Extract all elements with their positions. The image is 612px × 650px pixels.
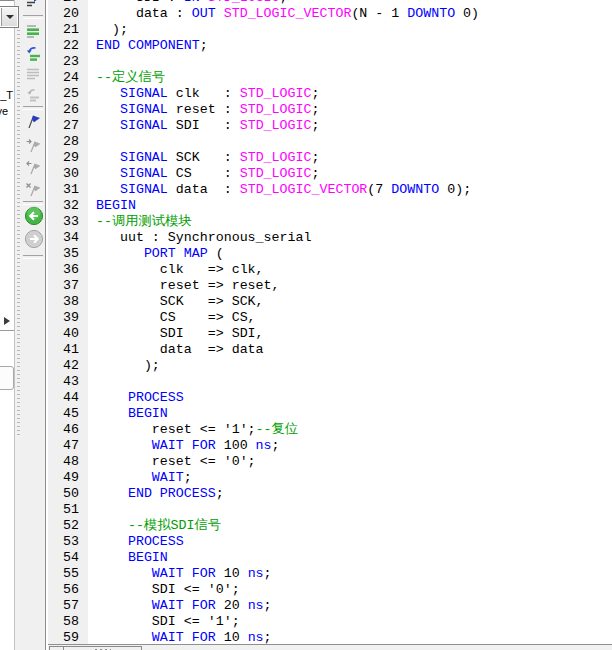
code-line[interactable]: 57 WAIT FOR 20 ns;: [48, 598, 612, 614]
code-line[interactable]: 31 SIGNAL data : STD_LOGIC_VECTOR(7 DOWN…: [48, 182, 612, 198]
insert-template-button[interactable]: [25, 0, 42, 8]
code-editor[interactable]: 19 SDI : IN STD_LOGIC;20 data : OUT STD_…: [48, 0, 612, 650]
previous-bookmark-button[interactable]: [25, 159, 42, 176]
outdent-button[interactable]: [25, 87, 42, 104]
editor-toolbar: [22, 0, 46, 650]
code-text: );: [88, 22, 128, 38]
code-line[interactable]: 26 SIGNAL reset : STD_LOGIC;: [48, 102, 612, 118]
toggle-bookmark-button[interactable]: [25, 113, 42, 130]
line-number: 33: [48, 214, 88, 230]
code-line[interactable]: 37 reset => reset,: [48, 278, 612, 294]
code-line[interactable]: 24--定义信号: [48, 70, 612, 86]
code-line[interactable]: 36 clk => clk,: [48, 262, 612, 278]
back-button[interactable]: [24, 206, 44, 226]
navigator-item-label[interactable]: M_T: [0, 89, 13, 101]
code-line[interactable]: 45 BEGIN: [48, 406, 612, 422]
line-number: 48: [48, 454, 88, 470]
code-line[interactable]: 43: [48, 374, 612, 390]
navigator-item-label[interactable]: ve: [0, 105, 8, 117]
line-number: 22: [48, 38, 88, 54]
code-line[interactable]: 28: [48, 134, 612, 150]
code-line[interactable]: 42 );: [48, 358, 612, 374]
indent-button[interactable]: [25, 66, 42, 83]
code-text: SCK => SCK,: [88, 294, 264, 310]
code-line[interactable]: 29 SIGNAL SCK : STD_LOGIC;: [48, 150, 612, 166]
code-line[interactable]: 48 reset <= '0';: [48, 454, 612, 470]
code-line[interactable]: 35 PORT MAP (: [48, 246, 612, 262]
code-line[interactable]: 46 reset <= '1';--复位: [48, 422, 612, 438]
line-number: 50: [48, 486, 88, 502]
line-number: 46: [48, 422, 88, 438]
line-number: 47: [48, 438, 88, 454]
code-line[interactable]: 44 PROCESS: [48, 390, 612, 406]
code-text: WAIT FOR 10 ns;: [88, 566, 272, 582]
code-line[interactable]: 56 SDI <= '0';: [48, 582, 612, 598]
horizontal-scrollbar[interactable]: [48, 644, 612, 650]
bookmark-flag-icon: [25, 113, 42, 130]
combobox-dropdown-button[interactable]: [1, 8, 17, 26]
code-line[interactable]: 25 SIGNAL clk : STD_LOGIC;: [48, 86, 612, 102]
back-icon: [24, 206, 44, 226]
code-text: WAIT FOR 100 ns;: [88, 438, 280, 454]
code-line[interactable]: 54 BEGIN: [48, 550, 612, 566]
clear-bookmarks-icon: [25, 181, 42, 198]
code-line[interactable]: 32BEGIN: [48, 198, 612, 214]
code-line[interactable]: 47 WAIT FOR 100 ns;: [48, 438, 612, 454]
line-number: 38: [48, 294, 88, 310]
line-number: 32: [48, 198, 88, 214]
clear-bookmarks-button[interactable]: [25, 181, 42, 198]
code-text: WAIT FOR 20 ns;: [88, 598, 272, 614]
comment-button[interactable]: [25, 23, 42, 40]
line-number: 56: [48, 582, 88, 598]
code-text: SIGNAL data : STD_LOGIC_VECTOR(7 DOWNTO …: [88, 182, 471, 198]
code-line[interactable]: 58 SDI <= '1';: [48, 614, 612, 630]
panel-divider: [0, 330, 14, 334]
code-text: SDI <= '1';: [88, 614, 240, 630]
line-number: 43: [48, 374, 88, 390]
code-line[interactable]: 51: [48, 502, 612, 518]
code-text: BEGIN: [88, 550, 168, 566]
code-text: PROCESS: [88, 534, 184, 550]
scroll-left-button[interactable]: [49, 646, 64, 650]
code-line[interactable]: 52 --模拟SDI信号: [48, 518, 612, 534]
code-line[interactable]: 41 data => data: [48, 342, 612, 358]
line-number: 52: [48, 518, 88, 534]
code-line[interactable]: 30 SIGNAL CS : STD_LOGIC;: [48, 166, 612, 182]
code-line[interactable]: 40 SDI => SDI,: [48, 326, 612, 342]
code-line[interactable]: 49 WAIT;: [48, 470, 612, 486]
navigator-combobox[interactable]: [0, 6, 19, 28]
next-bookmark-button[interactable]: [25, 137, 42, 154]
code-line[interactable]: 53 PROCESS: [48, 534, 612, 550]
line-number: 24: [48, 70, 88, 86]
code-line[interactable]: 38 SCK => SCK,: [48, 294, 612, 310]
code-text: SIGNAL clk : STD_LOGIC;: [88, 86, 319, 102]
code-line[interactable]: 55 WAIT FOR 10 ns;: [48, 566, 612, 582]
code-line[interactable]: 50 END PROCESS;: [48, 486, 612, 502]
scrollbar-thumb[interactable]: [63, 646, 142, 650]
code-line[interactable]: 39 CS => CS,: [48, 310, 612, 326]
code-text: reset <= '0';: [88, 454, 256, 470]
forward-icon: [24, 229, 44, 249]
code-text: --模拟SDI信号: [88, 518, 221, 534]
code-text: SIGNAL reset : STD_LOGIC;: [88, 102, 319, 118]
code-line[interactable]: 27 SIGNAL SDI : STD_LOGIC;: [48, 118, 612, 134]
code-text: [88, 134, 96, 150]
code-line[interactable]: 34 uut : Synchronous_serial: [48, 230, 612, 246]
code-line[interactable]: 23: [48, 54, 612, 70]
code-line[interactable]: 22END COMPONENT;: [48, 38, 612, 54]
code-text: SIGNAL SDI : STD_LOGIC;: [88, 118, 319, 134]
toolbar-separator: [23, 201, 43, 205]
insert-template-icon: [25, 0, 42, 8]
code-text: PORT MAP (: [88, 246, 224, 262]
code-text: SDI => SDI,: [88, 326, 264, 342]
uncomment-button[interactable]: [25, 45, 42, 62]
code-text: data : OUT STD_LOGIC_VECTOR(N - 1 DOWNTO…: [88, 6, 479, 22]
code-line[interactable]: 21 );: [48, 22, 612, 38]
code-line[interactable]: 20 data : OUT STD_LOGIC_VECTOR(N - 1 DOW…: [48, 6, 612, 22]
splitter-expand-icon[interactable]: [4, 317, 10, 325]
forward-button[interactable]: [24, 229, 44, 249]
line-number: 58: [48, 614, 88, 630]
line-number: 28: [48, 134, 88, 150]
code-line[interactable]: 33--调用测试模块: [48, 214, 612, 230]
code-text: BEGIN: [88, 406, 168, 422]
